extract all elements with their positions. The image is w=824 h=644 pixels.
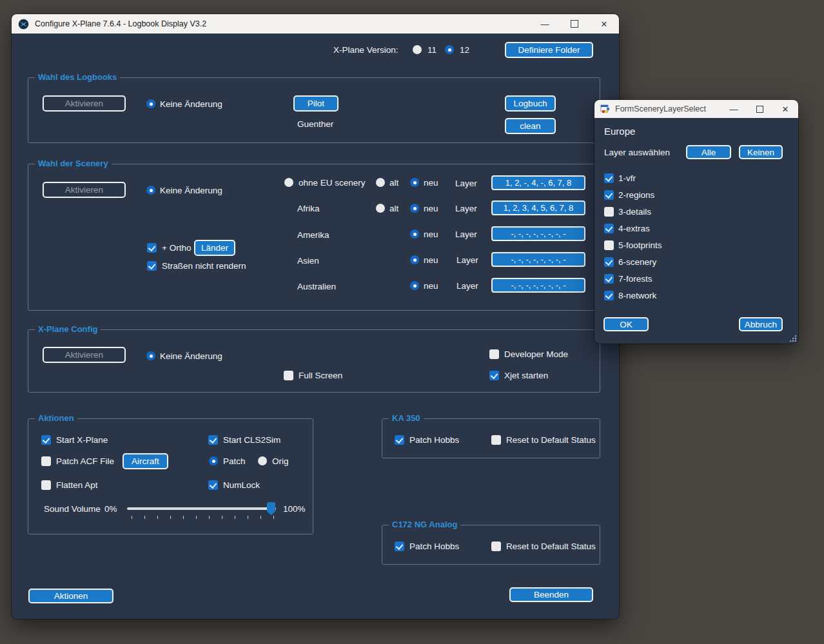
radio-version-11[interactable] (413, 45, 422, 54)
definiere-folder-button[interactable]: Definiere Folder (505, 42, 593, 58)
ortho-label: + Ortho (162, 243, 191, 253)
numlock-label: NumLock (223, 480, 260, 490)
pilot-button[interactable]: Pilot (293, 95, 338, 112)
aircraft-button[interactable]: Aircraft (123, 453, 168, 469)
c172-patch-hobbs-checkbox[interactable] (395, 542, 404, 551)
dialog-close-button[interactable]: ✕ (772, 100, 798, 118)
radio-version-12[interactable] (445, 45, 454, 54)
ok-button[interactable]: OK (603, 317, 649, 331)
pilot-name-label: Guenther (297, 119, 333, 129)
scenery-row-australien-label: Australien (297, 282, 336, 291)
scenery-row-eu-radio[interactable] (284, 178, 293, 187)
logbook-group-title: Wahl des Logbooks (35, 72, 120, 83)
logbook-aktivieren-button[interactable]: Aktivieren (43, 95, 126, 112)
flatten-apt-checkbox[interactable] (41, 480, 51, 490)
dialog-minimize-button[interactable]: — (721, 100, 747, 118)
resize-grip[interactable] (789, 335, 796, 342)
main-titlebar: Configure X-Plane 7.6.4 - Logbook Displa… (12, 14, 619, 34)
developer-mode-checkbox[interactable] (489, 349, 499, 359)
start-cls2sim-checkbox[interactable] (208, 435, 218, 445)
layer-8-network-checkbox[interactable] (604, 291, 614, 300)
minimize-button[interactable]: — (530, 14, 560, 34)
dialog-maximize-button[interactable] (747, 100, 772, 118)
start-xplane-checkbox[interactable] (41, 435, 51, 445)
radio-version-12-label: 12 (460, 45, 469, 55)
numlock-checkbox[interactable] (208, 480, 218, 490)
layer-6-scenery-label: 6-scenery (618, 257, 656, 267)
layer-5-footprints-label: 5-footprints (618, 240, 662, 250)
xjet-checkbox[interactable] (489, 371, 499, 380)
xplane-version-label: X-Plane Version: (333, 45, 398, 55)
scenery-row-eu-label: ohne EU scenery (299, 178, 366, 188)
c172-reset-checkbox[interactable] (491, 542, 501, 551)
c172-patch-hobbs-label: Patch Hobbs (409, 542, 459, 551)
scenery-group-title: Wahl der Scenery (35, 159, 112, 169)
keinen-button[interactable]: Keinen (739, 145, 783, 159)
scenery-row-eu-layer-field[interactable]: 1, 2, -, 4, -, 6, 7, 8 (491, 175, 585, 190)
aktionen-button[interactable]: Aktionen (28, 589, 113, 603)
patch-acf-checkbox[interactable] (41, 456, 51, 466)
layer-3-details-checkbox[interactable] (604, 207, 614, 217)
scenery-row-afrika-neu-radio[interactable] (410, 204, 419, 213)
scenery-row-asien-neu-radio[interactable] (410, 255, 419, 264)
scenery-row-asien-layer-field[interactable]: -, -, -, -, -, -, -, - (491, 252, 585, 267)
patch-acf-label: Patch ACF File (56, 456, 114, 466)
abbruch-button[interactable]: Abbruch (739, 317, 783, 331)
ka350-reset-checkbox[interactable] (491, 435, 501, 445)
volume-max-label: 100% (283, 504, 306, 514)
scenery-layer-dialog: FormSceneryLayerSelect — ✕ Europe Layer … (594, 100, 798, 344)
clean-button[interactable]: clean (505, 118, 556, 134)
maximize-icon (571, 20, 578, 28)
config-aktivieren-button[interactable]: Aktivieren (43, 347, 126, 363)
maximize-button[interactable] (560, 14, 589, 34)
beenden-button[interactable]: Beenden (509, 587, 593, 602)
layer-2-regions-checkbox[interactable] (604, 190, 614, 200)
scenery-row-afrika-alt-radio[interactable] (376, 204, 385, 213)
developer-mode-label: Developer Mode (504, 349, 568, 359)
scenery-row-eu-neu-radio[interactable] (410, 178, 419, 187)
orig-radio[interactable] (258, 456, 267, 465)
logbook-keine-aenderung-radio[interactable] (146, 99, 155, 108)
layer-4-extras-checkbox[interactable] (604, 224, 614, 233)
radio-version-11-label: 11 (427, 45, 437, 55)
scenery-row-afrika-neu-label: neu (424, 204, 438, 213)
ortho-checkbox[interactable] (147, 243, 157, 253)
logbuch-button[interactable]: Logbuch (505, 95, 556, 112)
scenery-row-eu-alt-radio[interactable] (376, 178, 385, 187)
layer-1-vfr-checkbox[interactable] (604, 173, 614, 183)
scenery-row-amerika-neu-label: neu (424, 229, 438, 239)
volume-slider-track[interactable] (127, 507, 276, 510)
dialog-title: FormSceneryLayerSelect (615, 104, 706, 113)
form-icon (600, 104, 610, 114)
strassen-label: Straßen nicht rendern (162, 261, 246, 271)
scenery-row-amerika-layer-field[interactable]: -, -, -, -, -, -, -, - (491, 226, 585, 241)
scenery-row-eu-neu-label: neu (424, 178, 438, 188)
layer-5-footprints-checkbox[interactable] (604, 240, 614, 250)
scenery-row-amerika-neu-radio[interactable] (410, 229, 419, 239)
scenery-aktivieren-button[interactable]: Aktivieren (43, 182, 126, 198)
layer-7-forests-label: 7-forests (618, 274, 652, 284)
strassen-checkbox[interactable] (147, 261, 157, 271)
dialog-titlebar: FormSceneryLayerSelect — ✕ (594, 100, 798, 118)
alle-button[interactable]: Alle (686, 145, 731, 159)
laender-button[interactable]: Länder (194, 240, 235, 256)
layer-6-scenery-checkbox[interactable] (604, 257, 614, 267)
full-screen-checkbox[interactable] (284, 371, 293, 380)
scenery-row-afrika-layer-field[interactable]: 1, 2, 3, 4, 5, 6, 7, 8 (491, 200, 585, 215)
layer-7-forests-checkbox[interactable] (604, 274, 614, 284)
scenery-row-australien-layer-field[interactable]: -, -, -, -, -, -, -, - (491, 278, 585, 293)
scenery-keine-aenderung-radio[interactable] (146, 186, 155, 195)
window-title: Configure X-Plane 7.6.4 - Logbook Displa… (35, 19, 206, 28)
scenery-row-australien-neu-radio[interactable] (410, 281, 419, 290)
volume-min-label: 0% (104, 504, 117, 514)
ka350-patch-hobbs-checkbox[interactable] (395, 435, 404, 445)
close-button[interactable]: ✕ (589, 14, 619, 34)
start-cls2sim-label: Start CLS2Sim (223, 435, 280, 445)
c172-reset-label: Reset to Default Status (506, 542, 596, 551)
config-group-title: X-Plane Config (35, 324, 101, 335)
dialog-maximize-icon (756, 106, 763, 113)
config-keine-aenderung-radio[interactable] (146, 351, 155, 360)
patch-radio[interactable] (209, 456, 218, 465)
layer-1-vfr-label: 1-vfr (618, 173, 636, 183)
config-keine-aenderung-label: Keine Änderung (160, 351, 222, 361)
